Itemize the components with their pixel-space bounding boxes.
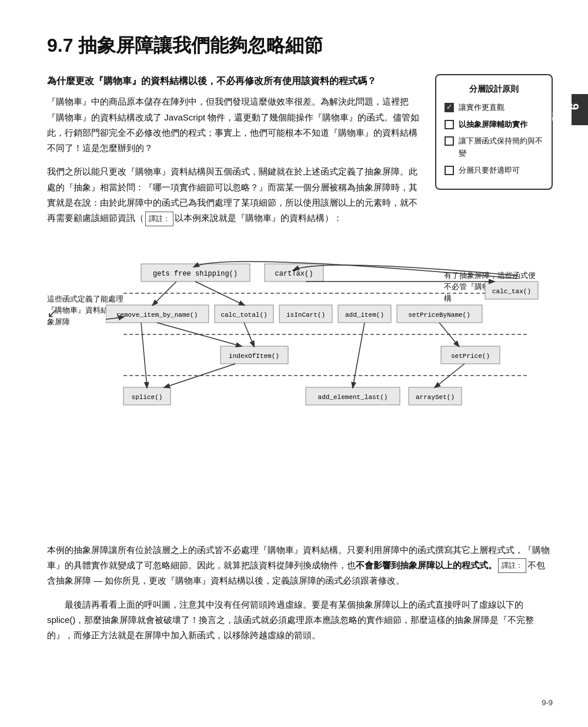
sub-heading: 為什麼更改『購物車』的資料結構以後，不必再修改所有使用該資料的程式碼？ (47, 74, 421, 88)
checkbox-3 (445, 136, 454, 146)
func-set-price-by-name: setPriceByName() (408, 311, 470, 319)
func-index-of-item: indexOfItem() (229, 353, 279, 360)
func-calc-total: calc_total() (220, 311, 267, 319)
bottom-content: 本例的抽象屏障讓所有位於該層之上的函式皆不必處理『購物車』資料結構。只要利用屏障… (47, 542, 553, 644)
sidebar-item-3-label: 讓下層函式保持簡約與不變 (459, 135, 543, 160)
func-remove-item: remove_item_by_name() (116, 311, 198, 319)
sidebar-item-2: 以抽象屏障輔助實作 (445, 119, 543, 131)
main-content-area: 為什麼更改『購物車』的資料結構以後，不必再修改所有使用該資料的程式碼？ 『購物車… (47, 74, 553, 234)
checkbox-2 (445, 120, 454, 129)
page-number: 9-9 (542, 696, 553, 709)
bold-text-1: 不會影響到抽象屏障以上的程式式。 (356, 560, 497, 570)
main-text: 為什麼更改『購物車』的資料結構以後，不必再修改所有使用該資料的程式碼？ 『購物車… (47, 74, 421, 234)
left-arrow-indicator: ↙ (47, 302, 58, 324)
sidebar-principles-box: 分層設計原則 ✓ 讓實作更直觀 以抽象屏障輔助實作 讓下層函式保持簡約與不變 分… (435, 74, 553, 189)
chapter-label: 分層設計（2） (549, 103, 562, 116)
checkbox-1: ✓ (445, 103, 454, 112)
func-add-item: add_item() (345, 311, 384, 319)
func-set-price: setPrice() (451, 353, 490, 360)
sidebar-box-title: 分層設計原則 (445, 82, 543, 95)
func-gets-free-shipping: gets free shipping() (153, 270, 238, 278)
checkbox-4 (445, 166, 454, 175)
svg-line-21 (244, 323, 254, 346)
chapter-number: 9 (564, 103, 584, 111)
svg-line-20 (141, 323, 147, 387)
func-calc-tax: calc_tax() (492, 288, 531, 295)
section-title: 9.7 抽象屏障讓我們能夠忽略細節 (47, 29, 553, 61)
paragraph-2: 我們之所以能只更改『購物車』資料結構與五個函式，關鍵就在於上述函式定義了抽象屏障… (47, 164, 421, 226)
sidebar-item-1-label: 讓實作更直觀 (459, 102, 505, 114)
chapter-tab: 9 分層設計（2） (572, 94, 588, 125)
func-array-set: arraySet() (416, 394, 455, 401)
call-graph-svg: gets free shipping() cartTax() remove_it… (106, 246, 547, 528)
func-splice: splice() (132, 394, 163, 401)
svg-line-19 (157, 323, 241, 346)
sidebar-item-1: ✓ 讓實作更直觀 (445, 102, 543, 114)
note-inline-2: 譯註： (498, 558, 526, 573)
func-cart-tax: cartTax() (275, 270, 313, 278)
diagram-container: 這些函式定義了能處理『購物車』資料結構的抽象屏障 有了抽象屏障，這些函式便不必管… (47, 246, 553, 528)
paragraph-3: 本例的抽象屏障讓所有位於該層之上的函式皆不必處理『購物車』資料結構。只要利用屏障… (47, 542, 553, 589)
func-is-in-cart: isInCart() (286, 311, 325, 319)
paragraph-4: 最後請再看看上面的呼叫圖，注意其中沒有任何箭頭跨過虛線。要是有某個抽象屏障以上的… (47, 597, 553, 644)
sidebar-item-2-label: 以抽象屏障輔助實作 (459, 119, 527, 131)
diagram-section: 這些函式定義了能處理『購物車』資料結構的抽象屏障 有了抽象屏障，這些函式便不必管… (47, 246, 553, 528)
note-inline-1: 譯註： (145, 212, 173, 226)
sidebar-item-4: 分層只要舒適即可 (445, 165, 543, 177)
paragraph-1: 『購物車』中的商品原本儲存在陣列中，但我們發現這麼做效率很差。為解決此問題，這裡… (47, 94, 421, 156)
sidebar-item-3: 讓下層函式保持簡約與不變 (445, 135, 543, 160)
func-add-element-last: add_element_last() (318, 394, 388, 401)
sidebar-item-4-label: 分層只要舒適即可 (459, 165, 520, 177)
svg-line-22 (353, 323, 365, 387)
